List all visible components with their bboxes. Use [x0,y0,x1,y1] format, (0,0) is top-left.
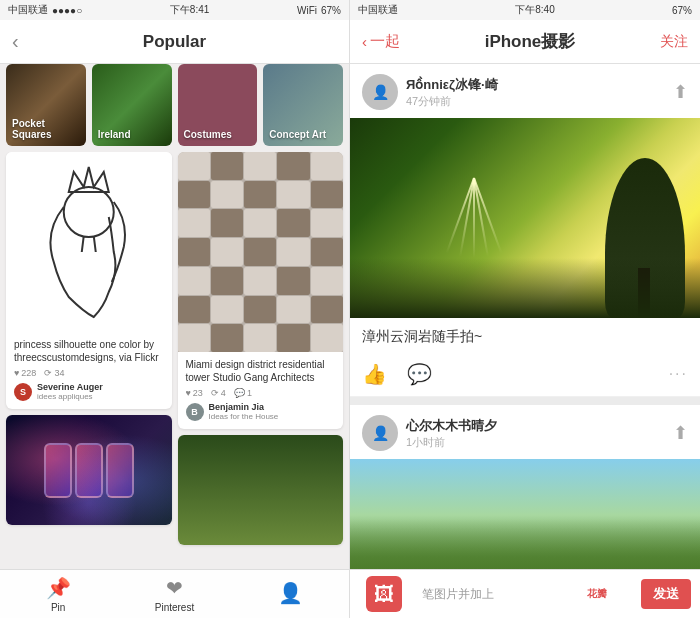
tab-bar-left: 📌 Pin ❤ Pinterest 👤 [0,569,349,618]
feed-post-2: 👤 心尔木木书晴夕 1小时前 ⬆ [350,405,700,569]
post-image-2 [350,459,700,569]
like-button-1[interactable]: 👍 [362,362,387,386]
post-header-2: 👤 心尔木木书晴夕 1小时前 ⬆ [350,405,700,459]
phone-case-2 [75,443,103,498]
pin-username-barbie: Severine Auger [37,382,103,392]
post-avatar-1: 👤 [362,74,398,110]
pin-image-building [178,152,344,352]
bc [178,324,210,352]
like-icon-1: 👍 [362,362,387,386]
bc [311,267,343,295]
bc [244,324,276,352]
comment-icon-1: 💬 [407,362,432,386]
bc [277,209,309,237]
post-username-1: Яồnniεζ冰锋·崎 [406,76,498,94]
svg-line-1 [82,236,84,252]
nav-back-label: 一起 [370,32,400,51]
tab-pinterest[interactable]: ❤ Pinterest [116,570,232,618]
bc [211,296,243,324]
tab-center[interactable]: 花瓣 [563,570,631,618]
bc [311,181,343,209]
bc [244,209,276,237]
battery-right: 67% [672,5,692,16]
category-pocket-squares[interactable]: Pocket Squares [6,64,86,146]
post-time-1: 47分钟前 [406,94,498,109]
pin-col-left: princess silhouette one color by threecs… [6,152,172,569]
pin-card-galaxy[interactable] [6,415,172,525]
pin-card-barbie[interactable]: princess silhouette one color by threecs… [6,152,172,409]
pin-meta-building: Miami design district residential tower … [178,352,344,429]
post-meta-1: Яồnniεζ冰锋·崎 47分钟前 [406,76,498,109]
feed-post-1: 👤 Яồnniεζ冰锋·崎 47分钟前 ⬆ 漳州 [350,64,700,397]
tab-add-image[interactable]: 🖼 [350,570,418,618]
post-caption-1: 漳州云洞岩随手拍~ [350,318,700,356]
avatar-icon-2: 👤 [372,425,389,441]
bc [277,296,309,324]
pin-tab-icon: 📌 [46,576,71,600]
time-left: 下午8:41 [170,3,209,17]
right-panel: 中国联通 下午8:40 67% ‹ 一起 iPhone摄影 关注 👤 Яồnni… [350,0,700,618]
back-icon-left[interactable]: ‹ [12,30,19,53]
bc [277,267,309,295]
bc [244,181,276,209]
bc [311,296,343,324]
tab-pinterest-label: Pinterest [155,602,194,613]
phone-cases [6,415,172,525]
add-icon: 🖼 [374,583,394,606]
pin-comments-building: 💬 1 [234,388,252,398]
tab-bar-right: 🖼 笔图片并加上 花瓣 发送 [350,569,700,618]
tab-send[interactable]: 发送 [632,570,700,618]
post-image-1 [350,118,700,318]
bc [277,324,309,352]
post-avatar-2: 👤 [362,415,398,451]
nav-title-left: Popular [143,32,206,52]
pin-card-building[interactable]: Miami design district residential tower … [178,152,344,429]
cat-label-costumes: Costumes [184,129,232,140]
pin-likes-barbie: ♥ 228 [14,368,36,378]
pin-likes-building: ♥ 23 [186,388,203,398]
pin-stats-barbie: ♥ 228 ⟳ 34 [14,368,164,378]
bc [277,181,309,209]
input-placeholder: 笔图片并加上 [422,586,494,603]
status-right: WiFi 67% [297,5,341,16]
more-options-1[interactable]: ··· [669,365,688,383]
pin-image-barbie [6,152,172,332]
category-costumes[interactable]: Costumes [178,64,258,146]
heart-icon-b: ♥ [186,388,191,398]
bc [244,267,276,295]
post-user-info-2: 👤 心尔木木书晴夕 1小时前 [362,415,497,451]
category-ireland[interactable]: Ireland [92,64,172,146]
share-icon-1[interactable]: ⬆ [673,81,688,103]
building-grid [178,152,344,352]
pin-image-galaxy [6,415,172,525]
send-label: 发送 [653,586,679,601]
tab-profile[interactable]: 👤 [233,570,349,618]
add-image-button[interactable]: 🖼 [366,576,402,612]
bc [178,267,210,295]
tab-pin[interactable]: 📌 Pin [0,570,116,618]
pin-title-building: Miami design district residential tower … [186,358,336,384]
send-button[interactable]: 发送 [641,579,691,609]
phone-case-1 [44,443,72,498]
tab-input[interactable]: 笔图片并加上 [418,586,563,603]
pin-avatar-barbie: S [14,383,32,401]
comment-button-1[interactable]: 💬 [407,362,432,386]
back-button-right[interactable]: ‹ 一起 [362,32,400,51]
share-icon-2[interactable]: ⬆ [673,422,688,444]
comment-icon-b: 💬 [234,388,245,398]
phone-case-3 [106,443,134,498]
chevron-left-icon: ‹ [362,33,367,50]
bc [211,209,243,237]
avatar-icon-1: 👤 [372,84,389,100]
follow-button[interactable]: 关注 [660,33,688,51]
repin-icon: ⟳ [44,368,52,378]
bc [311,209,343,237]
pin-card-forest[interactable] [178,435,344,545]
wifi-left: WiFi [297,5,317,16]
svg-line-2 [94,236,96,252]
category-concept-art[interactable]: Concept Art [263,64,343,146]
nav-bar-left: ‹ Popular [0,20,349,64]
sky-trees [350,519,700,569]
pin-user-barbie: S Severine Auger idees appliques [14,382,164,401]
pin-board-building: Ideas for the House [209,412,279,421]
